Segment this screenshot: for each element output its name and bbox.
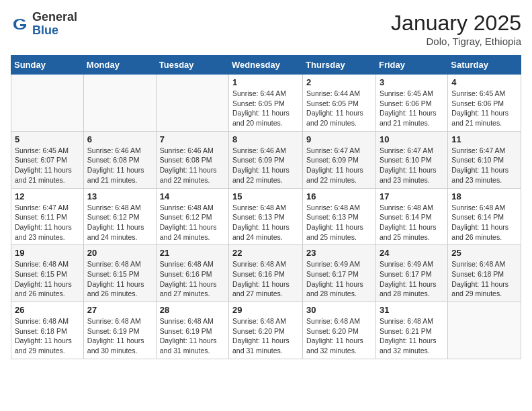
calendar-cell: 2Sunrise: 6:44 AM Sunset: 6:05 PM Daylig… (303, 75, 376, 132)
day-number: 15 (232, 191, 299, 201)
calendar-cell: 21Sunrise: 6:48 AM Sunset: 6:16 PM Dayli… (156, 245, 228, 302)
calendar-cell: 29Sunrise: 6:48 AM Sunset: 6:20 PM Dayli… (229, 302, 303, 359)
day-info: Sunrise: 6:48 AM Sunset: 6:20 PM Dayligh… (232, 316, 299, 356)
calendar-cell: 5Sunrise: 6:45 AM Sunset: 6:07 PM Daylig… (11, 131, 84, 188)
day-number: 2 (306, 77, 372, 87)
day-info: Sunrise: 6:47 AM Sunset: 6:11 PM Dayligh… (15, 203, 80, 242)
day-number: 23 (306, 248, 372, 258)
calendar-cell: 13Sunrise: 6:48 AM Sunset: 6:12 PM Dayli… (83, 188, 156, 245)
day-info: Sunrise: 6:48 AM Sunset: 6:21 PM Dayligh… (380, 316, 444, 356)
calendar-week-row: 26Sunrise: 6:48 AM Sunset: 6:18 PM Dayli… (11, 302, 521, 359)
day-number: 9 (306, 134, 372, 144)
calendar-cell: 14Sunrise: 6:48 AM Sunset: 6:12 PM Dayli… (156, 188, 228, 245)
day-number: 12 (15, 191, 80, 201)
day-info: Sunrise: 6:44 AM Sunset: 6:05 PM Dayligh… (232, 89, 299, 128)
calendar-week-row: 19Sunrise: 6:48 AM Sunset: 6:15 PM Dayli… (11, 245, 521, 302)
weekday-header-thursday: Thursday (303, 56, 376, 75)
day-info: Sunrise: 6:46 AM Sunset: 6:08 PM Dayligh… (160, 146, 225, 185)
day-number: 17 (380, 191, 444, 201)
weekday-header-sunday: Sunday (11, 56, 84, 75)
calendar-cell: 3Sunrise: 6:45 AM Sunset: 6:06 PM Daylig… (375, 75, 447, 132)
day-number: 1 (232, 77, 299, 87)
day-info: Sunrise: 6:48 AM Sunset: 6:19 PM Dayligh… (87, 316, 152, 356)
logo: General Blue (11, 11, 77, 38)
calendar-subtitle: Dolo, Tigray, Ethiopia (391, 36, 521, 47)
day-number: 21 (160, 248, 225, 258)
calendar-cell: 16Sunrise: 6:48 AM Sunset: 6:13 PM Dayli… (303, 188, 376, 245)
calendar-week-row: 5Sunrise: 6:45 AM Sunset: 6:07 PM Daylig… (11, 131, 521, 188)
calendar-cell: 22Sunrise: 6:48 AM Sunset: 6:16 PM Dayli… (229, 245, 303, 302)
calendar-cell: 4Sunrise: 6:45 AM Sunset: 6:06 PM Daylig… (448, 75, 521, 132)
logo-general-text: General (32, 11, 77, 24)
calendar-cell: 1Sunrise: 6:44 AM Sunset: 6:05 PM Daylig… (229, 75, 303, 132)
day-info: Sunrise: 6:48 AM Sunset: 6:18 PM Dayligh… (15, 316, 80, 356)
calendar-cell: 28Sunrise: 6:48 AM Sunset: 6:19 PM Dayli… (156, 302, 228, 359)
day-info: Sunrise: 6:48 AM Sunset: 6:13 PM Dayligh… (306, 203, 372, 242)
logo-text: General Blue (32, 11, 77, 38)
day-number: 13 (87, 191, 152, 201)
day-info: Sunrise: 6:48 AM Sunset: 6:16 PM Dayligh… (160, 259, 225, 299)
day-number: 22 (232, 248, 299, 258)
calendar-cell: 19Sunrise: 6:48 AM Sunset: 6:15 PM Dayli… (11, 245, 84, 302)
day-number: 7 (160, 134, 225, 144)
day-info: Sunrise: 6:49 AM Sunset: 6:17 PM Dayligh… (306, 259, 372, 299)
day-info: Sunrise: 6:44 AM Sunset: 6:05 PM Dayligh… (306, 89, 372, 128)
calendar-cell: 31Sunrise: 6:48 AM Sunset: 6:21 PM Dayli… (375, 302, 447, 359)
calendar-cell: 10Sunrise: 6:47 AM Sunset: 6:10 PM Dayli… (375, 131, 447, 188)
calendar-cell (156, 75, 228, 132)
calendar-cell (11, 75, 84, 132)
weekday-header-saturday: Saturday (448, 56, 521, 75)
calendar-cell: 6Sunrise: 6:46 AM Sunset: 6:08 PM Daylig… (83, 131, 156, 188)
day-info: Sunrise: 6:48 AM Sunset: 6:13 PM Dayligh… (232, 203, 299, 242)
day-number: 6 (87, 134, 152, 144)
day-number: 11 (451, 134, 517, 144)
calendar-cell: 24Sunrise: 6:49 AM Sunset: 6:17 PM Dayli… (375, 245, 447, 302)
day-info: Sunrise: 6:46 AM Sunset: 6:09 PM Dayligh… (232, 146, 299, 185)
calendar-week-row: 1Sunrise: 6:44 AM Sunset: 6:05 PM Daylig… (11, 75, 521, 132)
day-info: Sunrise: 6:48 AM Sunset: 6:14 PM Dayligh… (451, 203, 517, 242)
day-info: Sunrise: 6:48 AM Sunset: 6:12 PM Dayligh… (160, 203, 225, 242)
day-number: 14 (160, 191, 225, 201)
calendar-cell: 18Sunrise: 6:48 AM Sunset: 6:14 PM Dayli… (448, 188, 521, 245)
day-number: 26 (15, 305, 80, 315)
day-number: 25 (451, 248, 517, 258)
day-number: 18 (451, 191, 517, 201)
calendar-cell: 15Sunrise: 6:48 AM Sunset: 6:13 PM Dayli… (229, 188, 303, 245)
day-number: 29 (232, 305, 299, 315)
calendar-cell: 8Sunrise: 6:46 AM Sunset: 6:09 PM Daylig… (229, 131, 303, 188)
day-number: 31 (380, 305, 444, 315)
logo-blue-text: Blue (32, 24, 77, 38)
calendar-cell (448, 302, 521, 359)
day-number: 19 (15, 248, 80, 258)
day-number: 4 (451, 77, 517, 87)
day-number: 20 (87, 248, 152, 258)
day-info: Sunrise: 6:45 AM Sunset: 6:07 PM Dayligh… (15, 146, 80, 185)
weekday-header-friday: Friday (375, 56, 447, 75)
calendar-cell (83, 75, 156, 132)
day-info: Sunrise: 6:47 AM Sunset: 6:09 PM Dayligh… (306, 146, 372, 185)
day-number: 8 (232, 134, 299, 144)
day-number: 28 (160, 305, 225, 315)
calendar-cell: 9Sunrise: 6:47 AM Sunset: 6:09 PM Daylig… (303, 131, 376, 188)
day-info: Sunrise: 6:48 AM Sunset: 6:12 PM Dayligh… (87, 203, 152, 242)
calendar-cell: 20Sunrise: 6:48 AM Sunset: 6:15 PM Dayli… (83, 245, 156, 302)
day-info: Sunrise: 6:49 AM Sunset: 6:17 PM Dayligh… (380, 259, 444, 299)
title-block: January 2025 Dolo, Tigray, Ethiopia (391, 11, 521, 47)
calendar-cell: 23Sunrise: 6:49 AM Sunset: 6:17 PM Dayli… (303, 245, 376, 302)
page-header: General Blue January 2025 Dolo, Tigray, … (11, 11, 521, 47)
calendar-table: SundayMondayTuesdayWednesdayThursdayFrid… (11, 55, 521, 359)
calendar-week-row: 12Sunrise: 6:47 AM Sunset: 6:11 PM Dayli… (11, 188, 521, 245)
day-number: 3 (380, 77, 444, 87)
weekday-header-row: SundayMondayTuesdayWednesdayThursdayFrid… (11, 56, 521, 75)
day-info: Sunrise: 6:47 AM Sunset: 6:10 PM Dayligh… (451, 146, 517, 185)
calendar-cell: 25Sunrise: 6:48 AM Sunset: 6:18 PM Dayli… (448, 245, 521, 302)
day-number: 10 (380, 134, 444, 144)
calendar-cell: 17Sunrise: 6:48 AM Sunset: 6:14 PM Dayli… (375, 188, 447, 245)
day-info: Sunrise: 6:48 AM Sunset: 6:15 PM Dayligh… (87, 259, 152, 299)
calendar-cell: 26Sunrise: 6:48 AM Sunset: 6:18 PM Dayli… (11, 302, 84, 359)
calendar-cell: 27Sunrise: 6:48 AM Sunset: 6:19 PM Dayli… (83, 302, 156, 359)
day-info: Sunrise: 6:45 AM Sunset: 6:06 PM Dayligh… (451, 89, 517, 128)
day-info: Sunrise: 6:48 AM Sunset: 6:15 PM Dayligh… (15, 259, 80, 299)
weekday-header-monday: Monday (83, 56, 156, 75)
day-info: Sunrise: 6:48 AM Sunset: 6:14 PM Dayligh… (380, 203, 444, 242)
